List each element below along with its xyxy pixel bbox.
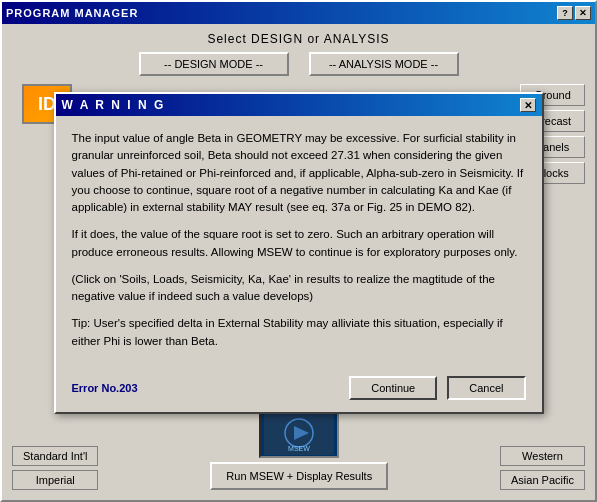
dialog-tip-text: Tip: User's specified delta in External … (72, 315, 526, 350)
dialog-body-text-2: If it does, the value of the square root… (72, 226, 526, 261)
dialog-close-button[interactable]: ✕ (520, 98, 536, 112)
dialog-footer: Error No.203 Continue Cancel (56, 370, 542, 412)
dialog-content: The input value of angle Beta in GEOMETR… (56, 116, 542, 370)
warning-dialog: W A R N I N G ✕ The input value of angle… (54, 92, 544, 414)
continue-button[interactable]: Continue (349, 376, 437, 400)
dialog-title-bar: W A R N I N G ✕ (56, 94, 542, 116)
cancel-button[interactable]: Cancel (447, 376, 525, 400)
dialog-body-text-3: (Click on 'Soils, Loads, Seismicity, Ka,… (72, 271, 526, 306)
main-window: PROGRAM MANAGER ? ✕ Select DESIGN or ANA… (0, 0, 597, 502)
error-label: Error No.203 (72, 382, 138, 394)
dialog-body-text-1: The input value of angle Beta in GEOMETR… (72, 130, 526, 216)
dialog-title: W A R N I N G (62, 98, 166, 112)
dialog-overlay: W A R N I N G ✕ The input value of angle… (2, 2, 595, 500)
dialog-buttons: Continue Cancel (349, 376, 525, 400)
